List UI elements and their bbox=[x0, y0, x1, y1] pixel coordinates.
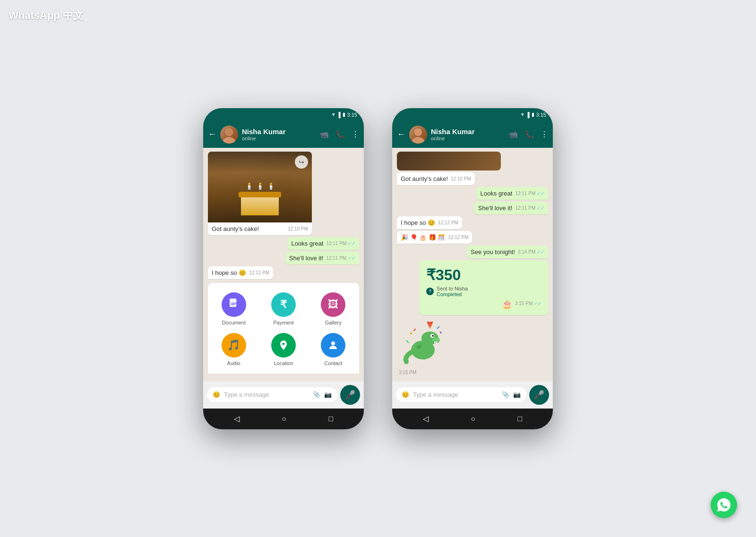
nav-back-1[interactable]: ◁ bbox=[234, 414, 240, 423]
contact-status-1: online bbox=[242, 136, 316, 141]
attachment-panel: Document ₹ Payment 🖼 Gallery 🎵 Au bbox=[208, 283, 359, 374]
svg-line-21 bbox=[437, 326, 439, 329]
payment-completed-label: Completed bbox=[437, 291, 468, 297]
document-icon bbox=[222, 292, 246, 317]
payment-amount: ₹350 bbox=[426, 266, 541, 284]
avatar-1 bbox=[220, 126, 238, 144]
msg-shell-love: She'll love it! 12:11 PM ✓✓ bbox=[285, 252, 359, 264]
back-button-2[interactable]: ← bbox=[397, 129, 405, 139]
header-actions-1: 📹 📞 ⋮ bbox=[319, 130, 359, 139]
attachment-grid: Document ₹ Payment 🖼 Gallery 🎵 Au bbox=[213, 292, 354, 366]
voice-call-button-2[interactable]: 📞 bbox=[524, 130, 534, 139]
more-options-button-2[interactable]: ⋮ bbox=[541, 130, 548, 139]
message-input-2[interactable]: 😊 Type a message 📎 📷 bbox=[396, 387, 526, 402]
nav-home-1[interactable]: ○ bbox=[282, 415, 286, 423]
more-options-button-1[interactable]: ⋮ bbox=[352, 130, 359, 139]
status-bar-2: ▾ ▐ ▮ 3:15 bbox=[392, 108, 553, 121]
svg-point-9 bbox=[412, 137, 424, 144]
gallery-label: Gallery bbox=[325, 320, 342, 325]
back-button-1[interactable]: ← bbox=[208, 129, 216, 139]
svg-point-7 bbox=[331, 341, 335, 345]
svg-rect-16 bbox=[436, 341, 438, 343]
msg-hope-so-2: I hope so 😊 12:12 PM bbox=[397, 216, 462, 229]
whatsapp-fab[interactable] bbox=[711, 492, 737, 518]
phone-1-screen: ▾ ▐ ▮ 3:15 ← bbox=[203, 108, 364, 429]
forward-button[interactable]: ↪ bbox=[295, 155, 308, 169]
phone-1: ▾ ▐ ▮ 3:15 ← bbox=[203, 108, 364, 429]
svg-line-24 bbox=[406, 341, 409, 343]
mic-button-2[interactable]: 🎤 bbox=[529, 385, 549, 405]
signal-icon-2: ▐ bbox=[526, 112, 530, 118]
svg-point-8 bbox=[414, 128, 422, 136]
nav-back-2[interactable]: ◁ bbox=[423, 414, 429, 423]
attach-document[interactable]: Document bbox=[222, 292, 246, 325]
battery-icon-2: ▮ bbox=[532, 111, 534, 118]
signal-icon: ▐ bbox=[337, 112, 341, 118]
phone-2-screen: ▾ ▐ ▮ 3:15 ← Nis bbox=[392, 108, 553, 429]
attach-payment[interactable]: ₹ Payment bbox=[271, 292, 296, 325]
attach-contact[interactable]: Contact bbox=[321, 333, 345, 366]
chat-area-1: 🕯️🕯️🕯️ ↪ Got aunty's cake! 12:10 PM bbox=[203, 148, 364, 381]
contact-label: Contact bbox=[324, 360, 342, 366]
chat-area-2: Got aunty's cake! 12:10 PM Looks great 1… bbox=[392, 148, 553, 381]
nav-recent-2[interactable]: □ bbox=[518, 415, 523, 423]
watermark: WhatsApp 中文 bbox=[9, 9, 84, 23]
nav-bar-2: ◁ ○ □ bbox=[392, 409, 553, 429]
input-placeholder-2: Type a message bbox=[413, 391, 498, 398]
input-bar-2: 😊 Type a message 📎 📷 🎤 bbox=[392, 381, 553, 409]
video-call-button-2[interactable]: 📹 bbox=[508, 130, 518, 139]
cake-photo: 🕯️🕯️🕯️ ↪ bbox=[208, 152, 312, 222]
attach-button-2[interactable]: 📎 bbox=[502, 391, 509, 398]
attach-audio[interactable]: 🎵 Audio bbox=[222, 333, 246, 366]
svg-rect-15 bbox=[434, 341, 436, 343]
contact-info-1: Nisha Kumar online bbox=[242, 128, 316, 141]
svg-line-20 bbox=[413, 329, 416, 331]
nav-recent-1[interactable]: □ bbox=[329, 415, 334, 423]
header-actions-2: 📹 📞 ⋮ bbox=[508, 130, 548, 139]
status-bar-1: ▾ ▐ ▮ 3:15 bbox=[203, 108, 364, 121]
contact-icon bbox=[321, 333, 345, 358]
svg-point-1 bbox=[223, 137, 235, 144]
voice-call-button-1[interactable]: 📞 bbox=[335, 130, 345, 139]
wifi-icon-2: ▾ bbox=[521, 111, 524, 118]
nav-home-2[interactable]: ○ bbox=[471, 415, 475, 423]
svg-point-14 bbox=[432, 335, 434, 337]
camera-button-2[interactable]: 📷 bbox=[513, 391, 521, 398]
image-message: 🕯️🕯️🕯️ ↪ Got aunty's cake! 12:10 PM bbox=[208, 152, 312, 235]
location-icon bbox=[271, 333, 296, 358]
audio-icon: 🎵 bbox=[222, 333, 246, 358]
msg-hope-so: I hope so 😊 12:12 PM bbox=[208, 266, 273, 279]
video-call-button-1[interactable]: 📹 bbox=[319, 130, 329, 139]
payment-sent-label: Sent to Nisha bbox=[437, 286, 468, 291]
time-display-2: 3:15 bbox=[536, 112, 546, 118]
chat-header-2: ← Nisha Kumar online 📹 📞 bbox=[392, 121, 553, 148]
payment-status-row: ₹ Sent to Nisha Completed bbox=[426, 286, 541, 297]
emoji-button-1[interactable]: 😊 bbox=[213, 391, 220, 398]
contact-name-2: Nisha Kumar bbox=[431, 128, 505, 136]
gallery-icon: 🖼 bbox=[321, 292, 345, 317]
chat-header-1: ← Nisha Kumar online 📹 bbox=[203, 121, 364, 148]
camera-button-1[interactable]: 📷 bbox=[324, 391, 332, 398]
attach-button-1[interactable]: 📎 bbox=[313, 391, 320, 398]
time-display-1: 3:15 bbox=[347, 112, 357, 118]
emoji-button-2[interactable]: 😊 bbox=[402, 391, 409, 398]
payment-label: Payment bbox=[273, 320, 293, 325]
mic-button-1[interactable]: 🎤 bbox=[340, 385, 360, 405]
svg-point-2 bbox=[226, 129, 232, 136]
phone-2: ▾ ▐ ▮ 3:15 ← Nis bbox=[392, 108, 553, 429]
avatar-2 bbox=[409, 126, 427, 144]
payment-dot: ₹ bbox=[426, 288, 434, 295]
attach-location[interactable]: Location bbox=[271, 333, 296, 366]
msg-see-tonight: See you tonight! 3:14 PM ✓✓ bbox=[467, 246, 548, 258]
sticker-message: 3:15 PM bbox=[397, 317, 449, 375]
svg-point-22 bbox=[410, 332, 412, 334]
partial-image bbox=[397, 152, 501, 170]
message-input-1[interactable]: 😊 Type a message 📎 📷 bbox=[207, 387, 337, 402]
phones-container: ▾ ▐ ▮ 3:15 ← bbox=[0, 0, 756, 537]
input-bar-1: 😊 Type a message 📎 📷 🎤 bbox=[203, 381, 364, 409]
attach-gallery[interactable]: 🖼 Gallery bbox=[321, 292, 345, 325]
msg-got-cake: Got aunty's cake! 12:10 PM bbox=[397, 172, 475, 185]
msg-looks-great: Looks great 12:11 PM ✓✓ bbox=[287, 237, 359, 250]
svg-point-23 bbox=[440, 332, 442, 333]
payment-message: ₹350 ₹ Sent to Nisha Completed 🎂 3:15 PM… bbox=[420, 260, 548, 315]
